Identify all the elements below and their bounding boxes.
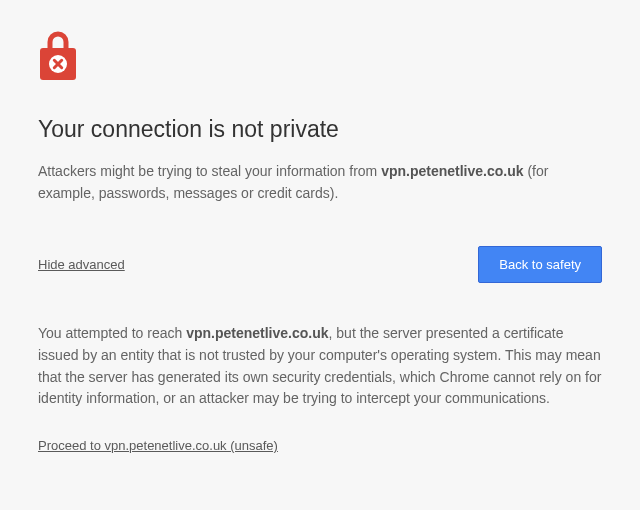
lock-warning-icon <box>38 30 78 82</box>
warning-description: Attackers might be trying to steal your … <box>38 161 602 204</box>
action-row: Hide advanced Back to safety <box>38 246 602 283</box>
details-prefix: You attempted to reach <box>38 325 186 341</box>
back-to-safety-button[interactable]: Back to safety <box>478 246 602 283</box>
page-title: Your connection is not private <box>38 116 602 143</box>
advanced-details: You attempted to reach vpn.petenetlive.c… <box>38 323 602 410</box>
details-host: vpn.petenetlive.co.uk <box>186 325 328 341</box>
desc-prefix: Attackers might be trying to steal your … <box>38 163 381 179</box>
ssl-warning-page: Your connection is not private Attackers… <box>0 0 640 482</box>
proceed-unsafe-link[interactable]: Proceed to vpn.petenetlive.co.uk (unsafe… <box>38 438 278 453</box>
desc-host: vpn.petenetlive.co.uk <box>381 163 523 179</box>
hide-advanced-link[interactable]: Hide advanced <box>38 257 125 272</box>
